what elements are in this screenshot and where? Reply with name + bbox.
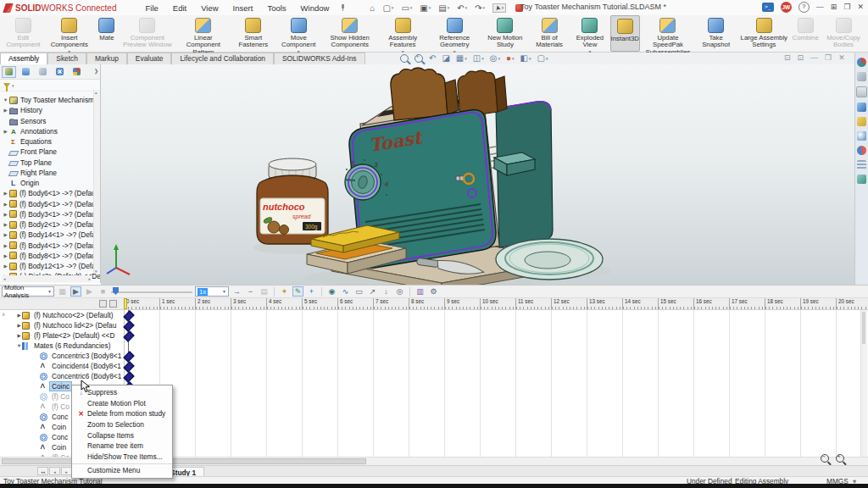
filter-icon[interactable] [3, 83, 10, 88]
expander-icon[interactable]: ▼ [16, 343, 22, 348]
panel-tab[interactable] [70, 66, 84, 78]
custom-properties-icon[interactable] [857, 131, 866, 141]
doc-minimize-icon[interactable]: — [810, 53, 818, 62]
expander-icon[interactable]: ▶ [3, 191, 8, 196]
tree-vertical-scrollbar[interactable]: ▴▾ [93, 90, 100, 274]
appearances-icon[interactable] [857, 117, 866, 126]
ribbon-item[interactable]: Bill of Materials [529, 15, 570, 52]
expander-icon[interactable]: ▶ [16, 323, 22, 328]
3d-viewport[interactable]: Toast 2 3 4 [101, 64, 854, 285]
timeline-zoom-in-icon[interactable]: + [836, 454, 844, 463]
ribbon-item[interactable]: Take Snapshot [696, 15, 736, 52]
expander-icon[interactable]: ▶ [16, 333, 22, 338]
panel-tabs-more-icon[interactable]: ❯ [94, 68, 98, 74]
pane-icon[interactable]: ⊡ [798, 53, 804, 62]
calculate-icon[interactable]: ▦ [57, 286, 68, 297]
apply-scene-icon[interactable]: ◧▾ [520, 53, 531, 63]
tree-horizontal-scrollbar[interactable]: ◂▸ [2, 275, 92, 282]
ribbon-item[interactable]: Linear Component Pattern ▾ [175, 15, 231, 52]
contact-icon[interactable]: ◎ [394, 286, 405, 297]
timeline-ruler[interactable]: 0 sec1 sec2 sec3 sec4 sec5 sec6 sec7 sec… [0, 298, 868, 310]
expander-icon[interactable]: ▶ [3, 253, 8, 258]
new-document-icon[interactable]: ▢▾ [382, 3, 393, 13]
playback-speed-select[interactable]: 1x▼ [195, 286, 229, 297]
tree-item[interactable]: Origin [0, 178, 100, 188]
timeline-option-icon-1[interactable] [99, 300, 107, 308]
expander-icon[interactable]: ▶ [3, 108, 8, 113]
command-tab[interactable]: Assembly [0, 53, 47, 64]
context-menu-item[interactable]: Hide/Show Tree Items... [72, 452, 172, 463]
context-menu-item[interactable]: Customize Menu [72, 463, 172, 476]
command-tab[interactable]: Sketch [47, 53, 86, 64]
menu-item[interactable]: File [144, 3, 160, 14]
undo-icon[interactable]: ↶▾ [457, 3, 467, 13]
tree-item[interactable]: ▶ (f) Body3<1> ->? (Default) <<D [0, 209, 100, 219]
3dexperience-icon[interactable]: >_ [762, 3, 774, 12]
previous-view-icon[interactable]: ↶ [429, 53, 436, 63]
nutchoco-jar-component[interactable]: nutchoco spread 300g [257, 158, 328, 244]
ribbon-item[interactable]: Reference Geometry ▾ [428, 15, 481, 52]
tree-item[interactable]: ▶ (f) Body12<1> ->? (Default) << [0, 261, 100, 271]
command-tab[interactable]: Evaluate [127, 53, 172, 64]
spring-icon[interactable]: ∿ [340, 286, 351, 297]
autokey-icon[interactable]: ✎ [292, 286, 303, 297]
restore-button[interactable]: ❐ [843, 2, 850, 13]
force-icon[interactable]: ↗ [367, 286, 378, 297]
motion-tree-item[interactable]: ▶ (f) Plate<2> (Default) <<D [0, 330, 868, 341]
bread-slice-front-component[interactable] [391, 68, 459, 120]
panel-tab[interactable] [53, 66, 67, 78]
save-icon[interactable]: ▣▾ [420, 3, 431, 13]
timeline-vertical-scrollbar[interactable] [860, 310, 867, 457]
command-tab[interactable]: SOLIDWORKS Add-Ins [274, 53, 365, 64]
ribbon-item[interactable]: Instant3D [610, 15, 640, 52]
play-icon[interactable]: ▶ [84, 286, 95, 297]
hide-show-items-icon[interactable]: ◎▾ [490, 53, 500, 63]
view-orientation-icon[interactable]: ▦▾ [456, 53, 467, 63]
tree-item[interactable]: Top Plane [0, 158, 100, 168]
play-from-start-icon[interactable]: ▶ [70, 286, 81, 297]
tree-item[interactable]: ▶ (f) Body14<1> ->? (Default) << [0, 230, 100, 240]
expander-icon[interactable]: ▶ [3, 243, 8, 248]
tree-item[interactable]: ▶ (f) Body8<1> ->? (Default) <<D [0, 251, 100, 261]
tree-item[interactable]: ▶ (f) Body4<1> ->? (Default) <<D [0, 241, 100, 251]
motion-study-type-select[interactable]: Motion Analysis▼ [2, 286, 54, 297]
command-tab[interactable]: Lifecycle and Collaboration [171, 53, 274, 64]
context-menu-item[interactable]: Zoom to Selection [72, 419, 172, 430]
expander-icon[interactable]: ▶ [16, 313, 22, 318]
pin-icon[interactable] [339, 4, 346, 11]
motion-tree-item[interactable]: Concentric3 (Body8<1 [0, 351, 868, 361]
zoom-fit-icon[interactable] [400, 54, 409, 63]
menu-item[interactable]: Edit [171, 3, 188, 14]
motion-tree-item[interactable]: ▼ Mates (6 Redundancies) [0, 341, 868, 351]
plate-component[interactable] [496, 239, 603, 280]
ribbon-item[interactable]: Combine [792, 15, 819, 52]
panel-tab[interactable] [2, 66, 16, 78]
doc-restore-icon[interactable]: ❐ [825, 53, 832, 62]
minimize-button[interactable]: — [816, 2, 824, 13]
menu-item[interactable]: View [199, 3, 220, 14]
close-button[interactable]: ✕ [857, 2, 864, 13]
3d-scene[interactable]: Toast 2 3 4 [101, 64, 854, 285]
panel-tab[interactable] [36, 66, 50, 78]
scrollbar-thumb[interactable] [2, 458, 366, 464]
add-key-icon[interactable]: + [306, 286, 317, 297]
tree-item[interactable]: Sensors [0, 116, 100, 126]
damper-icon[interactable]: ▭ [353, 286, 364, 297]
tree-item[interactable]: Equations [0, 136, 100, 147]
print-icon[interactable]: ▤▾ [438, 3, 449, 13]
expander-icon[interactable]: ▶ [3, 212, 8, 217]
settings-pane-icon[interactable] [857, 175, 866, 184]
tree-item[interactable]: ▶ (f) Body6<1> ->? (Default) <<D [0, 188, 100, 198]
results-plots-icon[interactable]: ▥ [415, 286, 426, 297]
command-tab[interactable]: Markup [86, 53, 127, 64]
expander-icon[interactable]: ▶ [3, 129, 8, 134]
ribbon-item[interactable]: Large Assembly Settings [736, 15, 792, 52]
tree-item[interactable]: Front Plane [0, 147, 100, 157]
display-manager-icon[interactable] [857, 146, 866, 155]
motor-icon[interactable]: ◉ [326, 286, 337, 297]
display-style-icon[interactable]: ◫▾ [473, 53, 484, 63]
tree-root-item[interactable]: ▼ Toy Toaster Mechanism Tutorial (De [0, 95, 100, 105]
design-library-icon[interactable] [857, 72, 866, 81]
user-avatar[interactable]: JW [781, 2, 792, 13]
timeline-option-icon-2[interactable] [109, 300, 117, 308]
